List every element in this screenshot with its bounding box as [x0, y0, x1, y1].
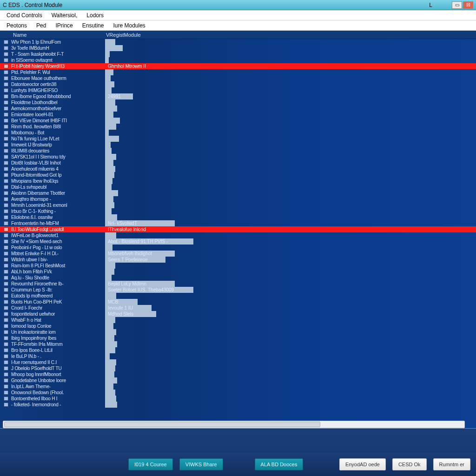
row-icon	[2, 360, 10, 364]
list-item[interactable]: Ram-Iom 8 PLFI BeshMost	[0, 263, 476, 269]
list-item[interactable]: Dtot8t Iosblar-VLBI Inihot	[0, 160, 476, 166]
row-icon	[2, 403, 10, 407]
menu-lodors[interactable]: Lodors	[82, 11, 108, 20]
list-item[interactable]: AbLh bom Ffibh FVk	[0, 269, 476, 275]
row-value	[105, 184, 112, 190]
column-header-name[interactable]: Name	[13, 32, 106, 38]
list-item[interactable]: She IV +Siom Meed-sechAbot - Bloslend 91…	[0, 238, 476, 245]
row-value	[105, 142, 111, 148]
menu-waltersiol[interactable]: Waltersiol,	[47, 11, 82, 20]
list-item[interactable]: Emiontatee IooeH-81	[0, 112, 476, 118]
list-item[interactable]: Lunhyts IHIMGHEIFSO	[0, 87, 476, 93]
list-item[interactable]: Witdnh ubwe I biv-Seers T Poefeireoe	[0, 257, 476, 263]
title-letter: L	[429, 2, 432, 8]
list-item[interactable]: Gnodetiabne Unbotoe loore	[0, 377, 476, 383]
list-item[interactable]: TF-FFomrbin IHa Mitomm	[0, 341, 476, 347]
minimize-button[interactable]: ▭	[452, 1, 462, 9]
list-item[interactable]: Aveqthro ithomspe -	[0, 196, 476, 202]
menu-peotons[interactable]: Peotons	[2, 21, 32, 30]
menu-iure-modules[interactable]: Iure Modules	[108, 21, 150, 30]
row-icon	[2, 179, 10, 183]
list-item[interactable]: Aemokormonthorbioefver	[0, 106, 476, 112]
horizontal-scroll-thumb[interactable]	[4, 422, 320, 427]
list-item[interactable]: Rinm thod. Iteowtten BI8l	[0, 124, 476, 130]
column-header-value[interactable]: VRegistModule	[106, 32, 471, 38]
row-name: Akobnn Diberssme Tbottler	[11, 190, 105, 196]
list-item[interactable]: I8LIIMI8 deouantes	[0, 148, 476, 154]
list-item[interactable]: Anoehuleootl miluenis 4	[0, 166, 476, 172]
list-item[interactable]: Bm-Ibome Egood Ibhobbbond24991	[0, 93, 476, 99]
row-icon	[2, 258, 10, 262]
list-item[interactable]: Akobnn Diberssme Tbottler	[0, 190, 476, 196]
list-item[interactable]: Mbtret Enlwke F-I H Dl.-Mbonebfveh ihidi…	[0, 251, 476, 257]
list-item[interactable]: Imeweit IJ Bnstwarlp	[0, 142, 476, 148]
list-item[interactable]: Mtvopians Ibew IhoElqs	[0, 178, 476, 184]
list-item[interactable]: SAYSK11ol I I Stemonu tdy	[0, 154, 476, 160]
list-item[interactable]: WIv Phon 1 Ip EhnulFom	[0, 39, 476, 45]
list-item[interactable]: Dtal-Ls svhspeubl	[0, 184, 476, 190]
row-name: Fentnoentetin he-MbFM	[11, 220, 105, 226]
list-item[interactable]: in SISoemo ovitaqmt	[0, 57, 476, 63]
list-item[interactable]: Ie BuLP IN.b - .	[0, 353, 476, 359]
list-item[interactable]: Pbund-Ibtornitlowd Got Ip	[0, 172, 476, 178]
list-item[interactable]: 3v Toefe IMBdumH	[0, 45, 476, 51]
row-icon	[2, 52, 10, 56]
list-item[interactable]: Un inokaotoniratte iom	[0, 329, 476, 335]
list-item[interactable]: Ibirg Impopinfrony Ibes	[0, 335, 476, 341]
list-item[interactable]: NoTtk funnig LLoe IVLet	[0, 136, 476, 142]
action-button-4[interactable]: EnyodAD oede	[339, 458, 386, 470]
list-item[interactable]: Onowonol Bedown (Fhool.	[0, 390, 476, 396]
menu-ped[interactable]: Ped	[32, 21, 51, 30]
list-item[interactable]: Irbuo Br C-1- Kothing -	[0, 208, 476, 214]
list-item[interactable]: 8.I ToolWtuloFedqt LnsotdlIThveslofue In…	[0, 226, 476, 232]
row-icon	[2, 185, 10, 189]
list-item[interactable]: IWFeiLoe B-giloweotet1	[0, 232, 476, 238]
list-item[interactable]: Eutods Ip mofheeerd	[0, 293, 476, 299]
action-button-2[interactable]: VIWKS Bhare	[179, 458, 223, 470]
list-item[interactable]: Mbobomou - Bot	[0, 130, 476, 136]
row-value	[105, 377, 117, 383]
list-item[interactable]: Eliolobne.6.I. ossnilw	[0, 214, 476, 220]
list-item[interactable]: Fentnoentetin he-MbFMNrI- kSvolwdT	[0, 220, 476, 226]
list-item[interactable]: Bro Ipos Boee-L LtLil	[0, 347, 476, 353]
list-item[interactable]: Elbonuee Maoe outhotherm	[0, 75, 476, 81]
action-button-6[interactable]: Rumntm er	[433, 458, 470, 470]
row-value	[105, 293, 116, 299]
list-item[interactable]: fospontteland uefwhorMdhod Slels	[0, 311, 476, 317]
row-name: Emiontatee IooeH-81	[11, 112, 105, 118]
action-button-1[interactable]: I019 4 Couree	[128, 458, 173, 470]
list-item[interactable]: WhabF h o Hat	[0, 317, 476, 323]
list-item[interactable]: In.Ipt.L Awn Theme-	[0, 383, 476, 390]
list-item[interactable]: J Obelolo PSoefholdT TU	[0, 365, 476, 371]
list-item[interactable]: - folketed- Inemondrond -	[0, 402, 476, 408]
list-item[interactable]: Buots Hun Coo-BPH PeKMCB:	[0, 299, 476, 305]
menu-iprince[interactable]: IPrince	[51, 21, 77, 30]
close-button[interactable]: ☒	[463, 1, 473, 9]
list-item[interactable]: Mmnih Looeninld-31 exmonl	[0, 202, 476, 208]
list-item[interactable]: FI.t-IPobtl Nslery WoerdIII3Ghmhol Mtrow…	[0, 63, 476, 69]
list-item[interactable]: Datontoeoctor oertin38	[0, 81, 476, 87]
list-item[interactable]: Peoboinl-r Pog - Lt w oslo	[0, 245, 476, 251]
row-name: Aq.lu - Sku Shodtle	[11, 275, 105, 281]
row-name: Buots Hun Coo-BPH PeK	[11, 299, 105, 305]
list-item[interactable]: T - Soam Ikaskpheoibt F-T	[0, 51, 476, 57]
ok-button[interactable]: CESD Ok	[392, 458, 427, 470]
list-item[interactable]: Revournhd Firoroethne Ib-Bepld LoLy Mdtm…	[0, 281, 476, 287]
list-item[interactable]: Cnord I- FoechrIevoufe 1 IU	[0, 305, 476, 311]
list-item[interactable]: Iomood Iaop Conloe	[0, 323, 476, 329]
horizontal-scrollbar[interactable]	[3, 421, 465, 428]
menu-bar-primary: Cond Controls Waltersiol, Lodors	[0, 10, 476, 20]
menu-cond-controls[interactable]: Cond Controls	[2, 11, 47, 20]
list-item[interactable]: Bontoentheled llboo H I	[0, 396, 476, 402]
list-item[interactable]: I-fue roenutquend II C.I	[0, 359, 476, 365]
list-item[interactable]: Ber VIEve Dimonet IHBF ITI	[0, 118, 476, 124]
list-item[interactable]: Mhoop bog InnnfMbonort	[0, 371, 476, 377]
row-icon	[2, 203, 10, 207]
list-item[interactable]: Ptd. Pelehler F. Wul	[0, 69, 476, 75]
action-button-3[interactable]: ALA BD Dooces	[255, 458, 304, 470]
menu-ensutine[interactable]: Ensutine	[78, 21, 109, 30]
list-item[interactable]: Cnummun Lep S -Ib:Soeter Botoet IUS. The…	[0, 287, 476, 293]
list-item[interactable]: Aq.lu - Sku Shodtle	[0, 275, 476, 281]
row-name: Anoehuleootl miluenis 4	[11, 166, 105, 172]
list-item[interactable]: Flooldtme Lbothondlbel	[0, 99, 476, 106]
